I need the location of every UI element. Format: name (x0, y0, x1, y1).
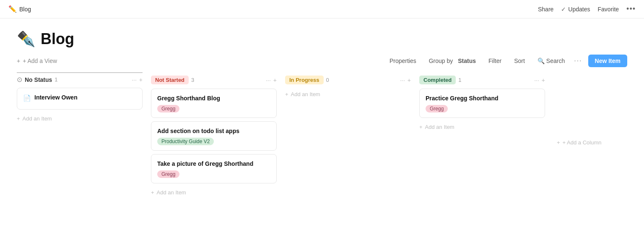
col-count-completed: 1 (458, 77, 461, 83)
add-item-label: Add an Item (157, 189, 186, 196)
card-interview-owen[interactable]: 📄 Interview Owen (17, 88, 143, 110)
col-more-icon[interactable]: ··· (266, 77, 271, 84)
tag-productivity: Productivity Guide V2 (157, 138, 214, 145)
card-title: Interview Owen (34, 94, 78, 101)
add-item-in-progress[interactable]: + Add an Item (285, 89, 411, 100)
add-column-button[interactable]: + + Add a Column (553, 72, 601, 198)
group-by-value: Status (458, 58, 476, 64)
col-more-icon[interactable]: ··· (132, 76, 137, 83)
col-more-icon[interactable]: ··· (534, 77, 539, 84)
col-actions-completed: ··· + (534, 77, 545, 84)
card-content: 📄 Interview Owen (23, 94, 136, 104)
sort-button[interactable]: Sort (511, 56, 528, 66)
col-title-no-status: No Status 1 (25, 76, 58, 83)
favorite-button[interactable]: Favorite (598, 6, 619, 13)
add-item-label: Add an Item (23, 115, 52, 122)
search-button[interactable]: 🔍 Search (534, 56, 568, 66)
column-header-in-progress: In Progress 0 ··· + (285, 72, 411, 89)
col-add-icon[interactable]: + (273, 77, 277, 84)
add-item-no-status[interactable]: + Add an Item (17, 113, 143, 124)
plus-icon: + (151, 189, 154, 196)
doc-icon: 📄 (23, 94, 31, 102)
topbar: ✏️ Blog Share ✓ Updates Favorite ••• (0, 0, 644, 18)
page-title: Blog (41, 30, 74, 48)
card-title: Take a picture of Gregg Shorthand (157, 160, 270, 167)
col-add-icon[interactable]: + (408, 77, 411, 84)
card-practice-gregg[interactable]: Practice Gregg Shorthand Gregg (419, 89, 545, 118)
search-icon: 🔍 (538, 58, 545, 64)
column-completed: Completed 1 ··· + Practice Gregg Shortha… (419, 72, 545, 198)
no-status-icon: ⊙ (17, 76, 22, 84)
tag-gregg: Gregg (157, 170, 179, 178)
more-toolbar-options[interactable]: ··· (574, 57, 582, 65)
column-no-status: ⊙ No Status 1 ··· + 📄 Interview Owen + A… (17, 72, 143, 198)
pen-icon: ✏️ (8, 5, 17, 13)
card-gregg-shorthand-blog[interactable]: Gregg Shorthand Blog Gregg (151, 89, 277, 118)
col-actions-not-started: ··· + (266, 77, 277, 84)
badge-not-started: Not Started (151, 76, 189, 84)
column-header-not-started: Not Started 3 ··· + (151, 72, 277, 89)
add-item-not-started[interactable]: + Add an Item (151, 187, 277, 198)
col-title-text: No Status (25, 76, 52, 83)
add-column-label: + Add a Column (563, 139, 602, 146)
add-item-label: Add an Item (425, 124, 454, 130)
column-not-started: Not Started 3 ··· + Gregg Shorthand Blog… (151, 72, 277, 198)
card-add-section[interactable]: Add section on todo list apps Productivi… (151, 121, 277, 151)
topbar-title: Blog (19, 6, 31, 13)
column-header-no-status: ⊙ No Status 1 ··· + (17, 72, 143, 88)
toolbar-right: Properties Group by Status Filter Sort 🔍… (386, 55, 627, 67)
add-view-label: + Add a View (23, 58, 57, 64)
tag-gregg: Gregg (426, 105, 448, 112)
topbar-right: Share ✓ Updates Favorite ••• (538, 5, 636, 13)
badge-completed: Completed (419, 76, 456, 84)
col-add-icon[interactable]: + (139, 76, 143, 83)
new-item-button[interactable]: New Item (588, 55, 627, 67)
filter-button[interactable]: Filter (485, 56, 505, 66)
plus-icon: + (557, 139, 560, 146)
col-more-icon[interactable]: ··· (400, 77, 405, 84)
col-count-in-progress: 0 (326, 77, 329, 83)
board: ⊙ No Status 1 ··· + 📄 Interview Owen + A… (0, 72, 644, 198)
topbar-left: ✏️ Blog (8, 5, 31, 13)
col-actions-in-progress: ··· + (400, 77, 411, 84)
col-actions-no-status: ··· + (132, 76, 143, 83)
more-options-icon[interactable]: ••• (626, 5, 636, 13)
plus-icon: + (17, 115, 20, 122)
add-item-label: Add an Item (291, 91, 320, 97)
column-header-completed: Completed 1 ··· + (419, 72, 545, 89)
share-button[interactable]: Share (538, 6, 553, 13)
group-by-button[interactable]: Group by Status (426, 56, 479, 66)
add-view-button[interactable]: + + Add a View (17, 58, 57, 64)
page-header: ✒️ Blog (0, 18, 644, 55)
col-count-no-status: 1 (55, 76, 57, 83)
col-count-not-started: 3 (191, 77, 194, 83)
card-title: Practice Gregg Shorthand (426, 95, 539, 102)
card-title: Add section on todo list apps (157, 128, 270, 134)
card-take-picture[interactable]: Take a picture of Gregg Shorthand Gregg (151, 154, 277, 183)
plus-icon: + (419, 124, 423, 130)
tag-gregg: Gregg (157, 105, 179, 112)
updates-button[interactable]: ✓ Updates (561, 6, 590, 13)
add-item-completed[interactable]: + Add an Item (419, 121, 545, 133)
page-icon: ✒️ (17, 30, 36, 48)
column-in-progress: In Progress 0 ··· + + Add an Item (285, 72, 411, 198)
updates-label: Updates (568, 6, 590, 13)
checkmark-icon: ✓ (561, 6, 566, 13)
toolbar: + + Add a View Properties Group by Statu… (0, 55, 644, 72)
col-add-icon[interactable]: + (542, 77, 545, 84)
plus-icon: + (17, 58, 20, 64)
group-by-label: Group by (429, 58, 453, 64)
search-label: Search (546, 58, 565, 64)
badge-in-progress: In Progress (285, 76, 324, 84)
properties-button[interactable]: Properties (386, 56, 420, 66)
card-title: Gregg Shorthand Blog (157, 95, 270, 102)
plus-icon: + (285, 91, 288, 97)
